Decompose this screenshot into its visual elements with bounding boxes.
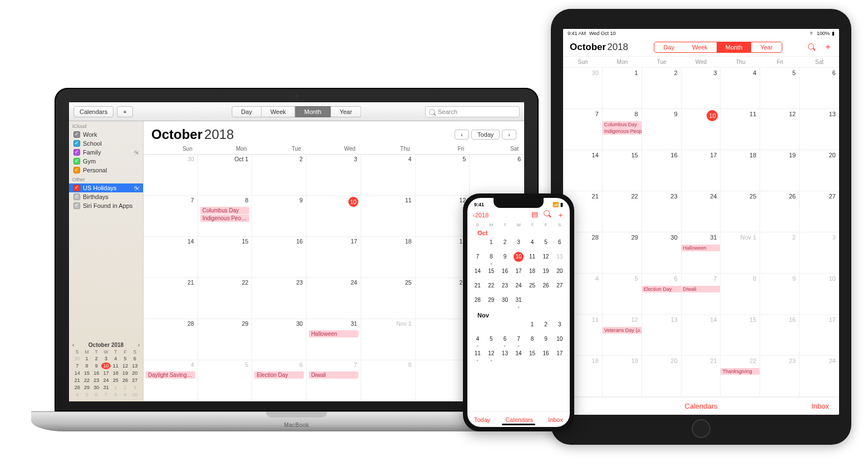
calendar-day-cell[interactable]: 6 [553, 237, 566, 252]
mini-day[interactable]: 23 [92, 377, 101, 384]
mini-day[interactable]: 30 [72, 355, 82, 362]
calendar-day-cell[interactable]: 5 [485, 334, 499, 349]
mini-day[interactable]: 2 [92, 355, 101, 362]
calendar-day-cell[interactable]: 23 [760, 356, 800, 397]
calendar-event[interactable]: Columbus Day [603, 121, 642, 128]
mini-day[interactable]: 27 [130, 377, 140, 384]
mini-day[interactable]: 25 [111, 377, 120, 384]
calendar-day-cell[interactable]: 16 [498, 266, 512, 281]
mini-day[interactable]: 8 [111, 391, 120, 398]
view-tab-week[interactable]: Week [683, 42, 717, 52]
calendar-day-cell[interactable]: 16 [252, 237, 307, 278]
calendar-day-cell[interactable]: 24 [512, 281, 526, 295]
calendar-day-cell[interactable]: 6 [800, 68, 839, 109]
calendar-day-cell[interactable]: 1 [485, 237, 499, 252]
calendar-day-cell[interactable]: 30 [498, 295, 512, 310]
calendar-day-cell[interactable]: 2 [416, 319, 470, 360]
calendar-day-cell[interactable]: 14 [144, 237, 198, 278]
calendar-day-cell[interactable]: 8Columbus DayIndigenous Peop… [603, 109, 642, 150]
calendar-day-cell[interactable]: 14 [563, 150, 603, 191]
mini-day[interactable]: 20 [130, 370, 140, 376]
next-month-button[interactable]: › [502, 130, 516, 140]
mini-day[interactable]: 29 [82, 384, 91, 391]
calendar-day-cell[interactable]: 21 [682, 356, 721, 397]
calendar-day-cell[interactable]: 5 [539, 237, 553, 252]
checkbox-icon[interactable] [73, 202, 80, 209]
calendar-day-cell[interactable]: 24 [682, 191, 721, 232]
calendar-day-cell[interactable]: 17 [800, 315, 839, 356]
mini-day[interactable]: 10 [101, 362, 111, 369]
calendar-day-cell[interactable]: 31Halloween [307, 319, 361, 360]
calendar-day-cell[interactable]: 7 [144, 196, 198, 237]
calendar-day-cell[interactable]: 6Election Day [642, 274, 682, 315]
calendar-day-cell[interactable]: 11 [721, 109, 760, 150]
calendar-day-cell[interactable]: 18 [721, 150, 760, 191]
mini-day[interactable]: 4 [72, 391, 82, 398]
calendar-day-cell[interactable]: 3 [307, 155, 361, 196]
calendar-event[interactable]: Thanksgiving [721, 368, 760, 375]
calendar-day-cell[interactable]: 7 [512, 334, 526, 349]
calendar-day-cell[interactable]: 11 [361, 196, 416, 237]
calendar-day-cell[interactable]: 12 [485, 349, 499, 363]
calendar-day-cell[interactable]: 2 [642, 68, 682, 109]
inbox-button[interactable]: Inbox [811, 402, 829, 410]
mini-day[interactable]: 30 [92, 384, 101, 391]
calendar-day-cell[interactable]: 10 [512, 252, 526, 266]
calendar-day-cell[interactable]: 11 [471, 349, 485, 363]
calendar-day-cell[interactable]: 5 [760, 68, 800, 109]
calendar-day-cell[interactable]: 12Veterans Day (o… [603, 315, 642, 356]
view-tab-year[interactable]: Year [751, 42, 781, 52]
home-indicator[interactable] [502, 424, 535, 425]
today-button[interactable]: Today [471, 130, 500, 140]
calendars-button[interactable]: Calendars [505, 416, 533, 423]
add-calendar-button[interactable]: + [117, 106, 132, 117]
calendar-day-cell[interactable]: 2 [252, 155, 307, 196]
mini-day[interactable]: 5 [120, 355, 130, 362]
view-tab-month[interactable]: Month [717, 42, 752, 52]
add-event-button[interactable] [557, 210, 564, 220]
calendar-day-cell[interactable]: 8Columbus DayIndigenous Peo… [198, 196, 253, 237]
calendar-day-cell[interactable]: 14 [512, 349, 526, 363]
mini-day[interactable]: 15 [82, 370, 91, 376]
mini-day[interactable]: 8 [82, 362, 91, 369]
calendar-day-cell[interactable]: 15 [198, 237, 253, 278]
calendar-day-cell[interactable]: 2 [539, 320, 553, 334]
home-button[interactable] [692, 419, 711, 438]
calendar-day-cell[interactable]: 29 [198, 319, 253, 360]
calendar-day-cell[interactable] [539, 295, 553, 310]
checkbox-icon[interactable] [73, 131, 80, 138]
calendar-day-cell[interactable] [525, 295, 539, 310]
calendar-day-cell[interactable] [498, 320, 512, 334]
calendar-day-cell[interactable]: 28 [144, 319, 198, 360]
calendar-day-cell[interactable]: 16 [539, 349, 553, 363]
calendar-day-cell[interactable]: 14 [471, 266, 485, 281]
calendar-day-cell[interactable]: 21 [144, 278, 198, 319]
calendars-button[interactable]: Calendars [73, 106, 114, 117]
calendar-day-cell[interactable]: 5 [416, 155, 470, 196]
prev-month-button[interactable]: ‹ [455, 130, 469, 140]
calendar-day-cell[interactable]: 10 [307, 196, 361, 237]
mini-day[interactable]: 26 [120, 377, 130, 384]
calendar-day-cell[interactable]: 24 [800, 356, 839, 397]
calendar-day-cell[interactable]: 30 [642, 232, 682, 274]
calendar-day-cell[interactable] [471, 320, 485, 334]
mini-day[interactable]: 7 [72, 362, 82, 369]
calendar-day-cell[interactable]: 2 [760, 232, 800, 274]
calendar-day-cell[interactable]: 8 [361, 360, 416, 401]
calendar-day-cell[interactable]: 9 [252, 196, 307, 237]
mini-day[interactable]: 4 [111, 355, 120, 362]
calendar-day-cell[interactable]: 16 [642, 150, 682, 191]
calendar-day-cell[interactable]: 9 [416, 360, 470, 401]
calendar-day-cell[interactable]: 10 [682, 109, 721, 150]
calendar-day-cell[interactable]: 27 [553, 281, 566, 295]
calendar-day-cell[interactable]: 4 [721, 68, 760, 109]
calendar-day-cell[interactable]: 17 [682, 150, 721, 191]
calendar-day-cell[interactable]: Nov 1 [721, 232, 760, 274]
mini-day[interactable]: 24 [101, 377, 111, 384]
calendar-day-cell[interactable]: 15 [525, 349, 539, 363]
checkbox-icon[interactable] [73, 185, 80, 191]
calendar-day-cell[interactable]: 9 [642, 109, 682, 150]
calendar-day-cell[interactable]: 25 [525, 281, 539, 295]
calendar-day-cell[interactable]: 19 [760, 150, 800, 191]
mini-day[interactable]: 7 [101, 391, 111, 398]
